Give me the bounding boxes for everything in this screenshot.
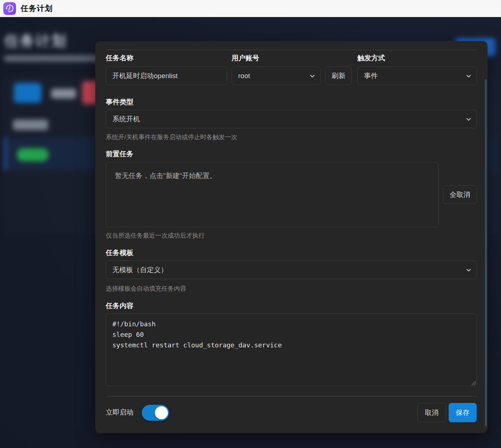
user-account-select[interactable]: root (232, 66, 321, 85)
task-template-value: 无模板（自定义） (106, 265, 168, 275)
background-text-button[interactable] (51, 89, 76, 98)
refresh-button[interactable]: 刷新 (325, 66, 352, 85)
task-name-input[interactable] (106, 72, 227, 80)
chevron-down-icon (465, 267, 472, 273)
dialog-footer-divider (106, 396, 477, 396)
pre-tasks-empty-text: 暂无任务，点击"新建"开始配置。 (115, 172, 217, 179)
status-badge (17, 148, 49, 161)
chevron-down-icon (465, 116, 472, 122)
task-name-label: 任务名称 (106, 53, 133, 63)
user-account-label: 用户账号 (232, 53, 259, 63)
save-button[interactable]: 保存 (449, 403, 477, 422)
start-now-label: 立即启动 (106, 408, 133, 417)
event-type-select[interactable]: 系统开机 (106, 110, 477, 128)
task-content-text[interactable]: #!/bin/bash sleep 60 systemctl restart c… (106, 314, 477, 355)
trigger-method-value: 事件 (358, 71, 378, 81)
task-content-editor[interactable]: #!/bin/bash sleep 60 systemctl restart c… (106, 314, 477, 386)
event-type-label: 事件类型 (106, 97, 133, 107)
dialog-scrollbar-thumb[interactable] (485, 79, 487, 426)
page-background: 任务计划 任务名称 用户账号 触发方式 root 刷新 事件 (0, 17, 501, 448)
event-type-hint: 系统开/关机事件在服务启动或停止时各触发一次 (106, 133, 237, 141)
task-template-hint: 选择模板会自动填充任务内容 (106, 284, 186, 293)
toggle-knob (155, 406, 168, 419)
top-bar: 任务计划 (0, 0, 501, 17)
event-type-value: 系统开机 (106, 114, 140, 124)
user-account-value: root (232, 72, 250, 80)
clear-all-button[interactable]: 全取消 (443, 185, 477, 204)
background-primary-button[interactable] (14, 83, 41, 103)
trigger-method-label: 触发方式 (357, 53, 385, 63)
dialog-top-divider (106, 50, 477, 50)
cancel-button[interactable]: 取消 (417, 403, 446, 422)
page-title: 任务计划 (4, 31, 67, 51)
pre-tasks-label: 前置任务 (106, 149, 133, 159)
app-title: 任务计划 (21, 3, 53, 13)
start-now-toggle[interactable] (142, 405, 169, 421)
clock-icon (3, 2, 16, 15)
task-content-label: 任务内容 (106, 301, 133, 311)
task-name-field[interactable] (106, 66, 227, 85)
resize-handle-icon[interactable] (471, 380, 476, 385)
trigger-method-select[interactable]: 事件 (357, 66, 477, 85)
chevron-down-icon (309, 73, 316, 79)
task-template-select[interactable]: 无模板（自定义） (106, 261, 477, 279)
pre-tasks-empty-area[interactable]: 暂无任务，点击"新建"开始配置。 (106, 162, 438, 227)
chevron-down-icon (465, 73, 472, 79)
task-template-label: 任务模板 (106, 248, 133, 258)
pre-tasks-hint: 仅当所选任务最近一次成功后才执行 (106, 231, 205, 240)
task-edit-dialog: 任务名称 用户账号 触发方式 root 刷新 事件 事件类型 系统开机 (95, 41, 488, 433)
table-header-placeholder (13, 120, 48, 130)
